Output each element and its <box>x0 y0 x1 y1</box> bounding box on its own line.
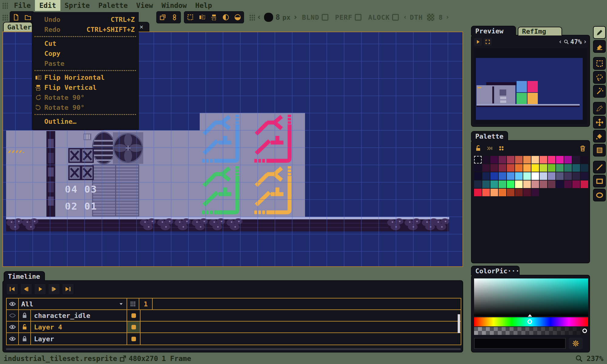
palette-swatch[interactable] <box>499 172 506 180</box>
mirror-horizontal-button[interactable] <box>220 12 231 22</box>
layer-group-select[interactable]: All <box>19 298 127 309</box>
timeline-hscrollbar[interactable] <box>6 348 461 350</box>
palette-swatch[interactable] <box>548 172 555 180</box>
tile-button[interactable] <box>157 12 168 22</box>
palette-swatch[interactable] <box>515 180 523 188</box>
layer-keyframe-cell[interactable] <box>127 333 141 345</box>
preview-fit-button[interactable] <box>484 38 492 46</box>
zoom-increase-icon[interactable] <box>583 39 587 45</box>
palette-swatch[interactable] <box>482 172 490 180</box>
skip-first-button[interactable] <box>6 283 18 295</box>
layer-row-layer-4[interactable]: Layer 4 <box>7 322 461 333</box>
dither-increase-icon[interactable] <box>445 15 449 19</box>
palette-swatch[interactable] <box>572 180 580 188</box>
layer-visibility-toggle[interactable] <box>7 322 19 332</box>
palette-swatch[interactable] <box>515 189 523 196</box>
palette-swatch[interactable] <box>523 164 531 172</box>
palette-swatch[interactable] <box>540 172 547 180</box>
palette-swatch[interactable] <box>548 156 555 163</box>
menu-view[interactable]: View <box>132 0 157 11</box>
menu-item-copy[interactable]: Copy <box>32 49 138 59</box>
tool-lasso[interactable] <box>593 71 606 84</box>
layer-lock-toggle[interactable] <box>19 310 31 321</box>
palette-shuffle-button[interactable] <box>497 144 506 153</box>
tab-colorpic[interactable]: ColorPic··· <box>471 266 520 275</box>
tab-preview[interactable]: Preview <box>471 26 516 35</box>
select-button[interactable] <box>185 12 196 22</box>
palette-swatch[interactable] <box>482 180 490 188</box>
palette-swatch[interactable] <box>572 172 580 180</box>
menu-item-redo[interactable]: Redo CTRL+SHIFT+Z <box>32 25 138 35</box>
tool-pencil[interactable] <box>593 26 606 39</box>
palette-swatch[interactable] <box>564 156 572 163</box>
palette-swatch[interactable] <box>556 164 564 172</box>
palette-swatch[interactable] <box>474 156 482 163</box>
layer-keyframe-cell[interactable] <box>127 310 141 321</box>
palette-swatch[interactable] <box>523 189 531 196</box>
toolbar-drag-handle-icon[interactable] <box>2 14 8 21</box>
palette-swatch[interactable] <box>523 180 531 188</box>
palette-swatch[interactable] <box>515 164 523 172</box>
menu-edit[interactable]: Edit <box>35 0 60 11</box>
saturation-value-box[interactable] <box>474 278 588 316</box>
skip-last-button[interactable] <box>62 283 74 295</box>
palette-swatch[interactable] <box>507 172 514 180</box>
layer-frames-track[interactable] <box>141 333 461 345</box>
palette-swatch[interactable] <box>507 164 514 172</box>
palette-swatch[interactable] <box>556 180 564 188</box>
tool-line[interactable] <box>593 161 606 174</box>
frame-number[interactable]: 1 <box>139 298 153 309</box>
palette-swatch[interactable] <box>556 156 564 163</box>
flip-horizontal-button[interactable] <box>197 12 208 22</box>
menu-sprite[interactable]: Sprite <box>60 0 94 11</box>
palette-swatch[interactable] <box>531 189 539 196</box>
palette-swatch[interactable] <box>499 189 506 196</box>
layer-name[interactable]: Layer 4 <box>31 322 127 332</box>
timeline-scrollbar[interactable] <box>458 314 460 333</box>
tab-palette[interactable]: Palette <box>471 131 508 141</box>
palette-swatch[interactable] <box>548 180 555 188</box>
palette-swatch[interactable] <box>564 172 572 180</box>
palette-swatch[interactable] <box>531 180 539 188</box>
palette-swatch[interactable] <box>482 156 490 163</box>
palette-swatch[interactable] <box>499 156 506 163</box>
menu-help[interactable]: Help <box>191 0 216 11</box>
palette-swatch[interactable] <box>490 156 498 163</box>
palette-swatch[interactable] <box>523 156 531 163</box>
palette-swatch[interactable] <box>572 156 580 163</box>
layer-keyframe-cell[interactable] <box>127 322 141 332</box>
layer-lock-toggle[interactable] <box>19 322 31 332</box>
menu-item-flip-vertical[interactable]: Flip Vertical <box>32 83 138 93</box>
menu-palette[interactable]: Palette <box>94 0 132 11</box>
tool-pattern[interactable] <box>593 144 606 157</box>
zoom-decrease-icon[interactable] <box>558 39 562 45</box>
menu-file[interactable]: File <box>10 0 35 11</box>
loop-button[interactable] <box>169 12 180 22</box>
mirror-vertical-button[interactable] <box>232 12 243 22</box>
tool-marquee[interactable] <box>593 57 606 70</box>
palette-swatch[interactable] <box>507 180 514 188</box>
palette-swatch[interactable] <box>572 164 580 172</box>
all-visibility-toggle[interactable] <box>7 298 19 309</box>
palette-swatch[interactable] <box>531 156 539 163</box>
palette-swatch[interactable] <box>474 164 482 172</box>
layer-frames-track[interactable] <box>141 322 461 332</box>
menu-item-rotate-90[interactable]: Rotate 90° <box>32 103 138 113</box>
palette-swatch[interactable] <box>556 172 564 180</box>
palette-skip-button[interactable] <box>486 144 494 153</box>
alpha-slider-handle[interactable] <box>582 329 587 333</box>
preview-play-button[interactable] <box>474 38 482 46</box>
palette-swatch[interactable] <box>540 180 547 188</box>
tab-refimg[interactable]: RefImg <box>518 27 562 35</box>
menu-item-outline[interactable]: Outline… <box>32 116 138 126</box>
palette-swatch[interactable] <box>523 172 531 180</box>
frames-track[interactable] <box>153 298 461 309</box>
brush-size-decrease-icon[interactable] <box>257 15 262 20</box>
palette-swatch[interactable] <box>474 172 482 180</box>
palette-swatch[interactable] <box>499 164 506 172</box>
palette-swatch[interactable] <box>540 164 547 172</box>
palette-swatch[interactable] <box>482 164 490 172</box>
palette-swatch[interactable] <box>564 180 572 188</box>
alpha-slider[interactable] <box>474 327 588 335</box>
brush-drag-handle-icon[interactable] <box>249 14 255 21</box>
